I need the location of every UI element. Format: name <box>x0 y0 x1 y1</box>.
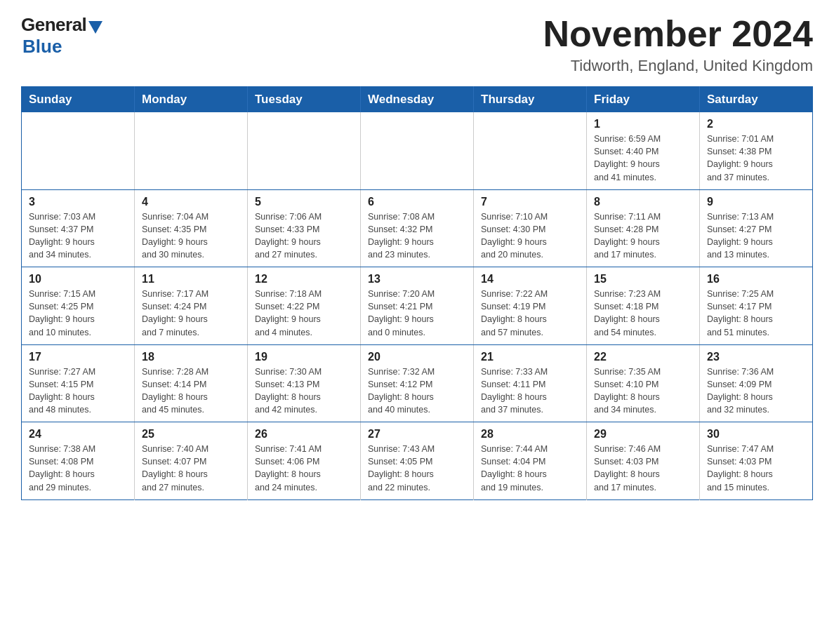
day-number: 13 <box>368 273 466 286</box>
day-info: Sunrise: 7:28 AM Sunset: 4:14 PM Dayligh… <box>142 367 208 415</box>
day-number: 1 <box>594 118 692 130</box>
header-wednesday: Wednesday <box>361 87 474 113</box>
calendar-cell: 27Sunrise: 7:43 AM Sunset: 4:05 PM Dayli… <box>361 422 474 500</box>
calendar-cell: 4Sunrise: 7:04 AM Sunset: 4:35 PM Daylig… <box>135 189 248 267</box>
day-info: Sunrise: 7:13 AM Sunset: 4:27 PM Dayligh… <box>707 212 774 260</box>
day-number: 4 <box>142 196 240 208</box>
calendar-cell: 8Sunrise: 7:11 AM Sunset: 4:28 PM Daylig… <box>587 189 700 267</box>
day-info: Sunrise: 7:46 AM Sunset: 4:03 PM Dayligh… <box>594 444 661 492</box>
day-info: Sunrise: 6:59 AM Sunset: 4:40 PM Dayligh… <box>594 134 661 182</box>
day-info: Sunrise: 7:30 AM Sunset: 4:13 PM Dayligh… <box>255 367 322 415</box>
day-number: 7 <box>481 196 579 208</box>
calendar-cell: 19Sunrise: 7:30 AM Sunset: 4:13 PM Dayli… <box>248 344 361 422</box>
calendar-header: SundayMondayTuesdayWednesdayThursdayFrid… <box>22 87 813 113</box>
calendar-cell: 7Sunrise: 7:10 AM Sunset: 4:30 PM Daylig… <box>474 189 587 267</box>
calendar-cell: 29Sunrise: 7:46 AM Sunset: 4:03 PM Dayli… <box>587 422 700 500</box>
calendar-cell: 25Sunrise: 7:40 AM Sunset: 4:07 PM Dayli… <box>135 422 248 500</box>
day-info: Sunrise: 7:35 AM Sunset: 4:10 PM Dayligh… <box>594 367 661 415</box>
calendar-body: 1Sunrise: 6:59 AM Sunset: 4:40 PM Daylig… <box>22 112 813 499</box>
calendar-cell: 30Sunrise: 7:47 AM Sunset: 4:03 PM Dayli… <box>700 422 813 500</box>
day-number: 11 <box>142 273 240 286</box>
header-tuesday: Tuesday <box>248 87 361 113</box>
day-info: Sunrise: 7:22 AM Sunset: 4:19 PM Dayligh… <box>481 289 548 337</box>
week-row-1: 1Sunrise: 6:59 AM Sunset: 4:40 PM Daylig… <box>22 112 813 189</box>
calendar-cell: 3Sunrise: 7:03 AM Sunset: 4:37 PM Daylig… <box>22 189 135 267</box>
day-number: 20 <box>368 351 466 363</box>
calendar-cell <box>361 112 474 189</box>
day-info: Sunrise: 7:32 AM Sunset: 4:12 PM Dayligh… <box>368 367 435 415</box>
day-info: Sunrise: 7:04 AM Sunset: 4:35 PM Dayligh… <box>142 212 208 260</box>
day-number: 23 <box>707 351 805 363</box>
logo-general-text: General <box>21 14 86 36</box>
day-info: Sunrise: 7:40 AM Sunset: 4:07 PM Dayligh… <box>142 444 208 492</box>
day-info: Sunrise: 7:25 AM Sunset: 4:17 PM Dayligh… <box>707 289 774 337</box>
day-number: 22 <box>594 351 692 363</box>
day-info: Sunrise: 7:27 AM Sunset: 4:15 PM Dayligh… <box>29 367 95 415</box>
calendar-cell: 5Sunrise: 7:06 AM Sunset: 4:33 PM Daylig… <box>248 189 361 267</box>
day-number: 3 <box>29 196 127 208</box>
calendar-cell: 15Sunrise: 7:23 AM Sunset: 4:18 PM Dayli… <box>587 267 700 345</box>
calendar-table: SundayMondayTuesdayWednesdayThursdayFrid… <box>21 86 813 500</box>
day-info: Sunrise: 7:06 AM Sunset: 4:33 PM Dayligh… <box>255 212 322 260</box>
calendar-cell: 17Sunrise: 7:27 AM Sunset: 4:15 PM Dayli… <box>22 344 135 422</box>
page-header: General Blue November 2024 Tidworth, Eng… <box>21 14 813 75</box>
calendar-cell: 12Sunrise: 7:18 AM Sunset: 4:22 PM Dayli… <box>248 267 361 345</box>
header-sunday: Sunday <box>22 87 135 113</box>
day-info: Sunrise: 7:47 AM Sunset: 4:03 PM Dayligh… <box>707 444 774 492</box>
day-number: 24 <box>29 428 127 441</box>
header-thursday: Thursday <box>474 87 587 113</box>
calendar-cell: 20Sunrise: 7:32 AM Sunset: 4:12 PM Dayli… <box>361 344 474 422</box>
calendar-cell: 13Sunrise: 7:20 AM Sunset: 4:21 PM Dayli… <box>361 267 474 345</box>
calendar-cell: 9Sunrise: 7:13 AM Sunset: 4:27 PM Daylig… <box>700 189 813 267</box>
calendar-cell: 1Sunrise: 6:59 AM Sunset: 4:40 PM Daylig… <box>587 112 700 189</box>
day-number: 9 <box>707 196 805 208</box>
day-info: Sunrise: 7:17 AM Sunset: 4:24 PM Dayligh… <box>142 289 208 337</box>
title-block: November 2024 Tidworth, England, United … <box>543 14 813 75</box>
day-number: 19 <box>255 351 353 363</box>
calendar-cell <box>248 112 361 189</box>
week-row-4: 17Sunrise: 7:27 AM Sunset: 4:15 PM Dayli… <box>22 344 813 422</box>
calendar-cell <box>22 112 135 189</box>
week-row-5: 24Sunrise: 7:38 AM Sunset: 4:08 PM Dayli… <box>22 422 813 500</box>
calendar-cell: 14Sunrise: 7:22 AM Sunset: 4:19 PM Dayli… <box>474 267 587 345</box>
day-info: Sunrise: 7:08 AM Sunset: 4:32 PM Dayligh… <box>368 212 435 260</box>
calendar-cell: 16Sunrise: 7:25 AM Sunset: 4:17 PM Dayli… <box>700 267 813 345</box>
day-info: Sunrise: 7:38 AM Sunset: 4:08 PM Dayligh… <box>29 444 95 492</box>
calendar-cell: 28Sunrise: 7:44 AM Sunset: 4:04 PM Dayli… <box>474 422 587 500</box>
day-number: 17 <box>29 351 127 363</box>
location-subtitle: Tidworth, England, United Kingdom <box>543 57 813 75</box>
logo-triangle-icon <box>88 21 102 34</box>
header-friday: Friday <box>587 87 700 113</box>
calendar-cell: 26Sunrise: 7:41 AM Sunset: 4:06 PM Dayli… <box>248 422 361 500</box>
day-info: Sunrise: 7:43 AM Sunset: 4:05 PM Dayligh… <box>368 444 435 492</box>
day-info: Sunrise: 7:23 AM Sunset: 4:18 PM Dayligh… <box>594 289 661 337</box>
logo-blue-text: Blue <box>22 36 62 58</box>
calendar-cell: 2Sunrise: 7:01 AM Sunset: 4:38 PM Daylig… <box>700 112 813 189</box>
calendar-cell <box>474 112 587 189</box>
day-number: 15 <box>594 273 692 286</box>
calendar-cell <box>135 112 248 189</box>
calendar-cell: 10Sunrise: 7:15 AM Sunset: 4:25 PM Dayli… <box>22 267 135 345</box>
day-info: Sunrise: 7:36 AM Sunset: 4:09 PM Dayligh… <box>707 367 774 415</box>
day-number: 5 <box>255 196 353 208</box>
day-number: 6 <box>368 196 466 208</box>
day-number: 28 <box>481 428 579 441</box>
day-number: 25 <box>142 428 240 441</box>
day-info: Sunrise: 7:10 AM Sunset: 4:30 PM Dayligh… <box>481 212 548 260</box>
day-number: 14 <box>481 273 579 286</box>
day-info: Sunrise: 7:20 AM Sunset: 4:21 PM Dayligh… <box>368 289 435 337</box>
day-number: 18 <box>142 351 240 363</box>
calendar-cell: 22Sunrise: 7:35 AM Sunset: 4:10 PM Dayli… <box>587 344 700 422</box>
day-number: 2 <box>707 118 805 130</box>
logo: General Blue <box>21 14 102 58</box>
calendar-cell: 6Sunrise: 7:08 AM Sunset: 4:32 PM Daylig… <box>361 189 474 267</box>
day-info: Sunrise: 7:41 AM Sunset: 4:06 PM Dayligh… <box>255 444 322 492</box>
header-saturday: Saturday <box>700 87 813 113</box>
day-number: 29 <box>594 428 692 441</box>
calendar-cell: 24Sunrise: 7:38 AM Sunset: 4:08 PM Dayli… <box>22 422 135 500</box>
calendar-cell: 11Sunrise: 7:17 AM Sunset: 4:24 PM Dayli… <box>135 267 248 345</box>
week-row-2: 3Sunrise: 7:03 AM Sunset: 4:37 PM Daylig… <box>22 189 813 267</box>
day-number: 30 <box>707 428 805 441</box>
header-monday: Monday <box>135 87 248 113</box>
day-info: Sunrise: 7:11 AM Sunset: 4:28 PM Dayligh… <box>594 212 661 260</box>
